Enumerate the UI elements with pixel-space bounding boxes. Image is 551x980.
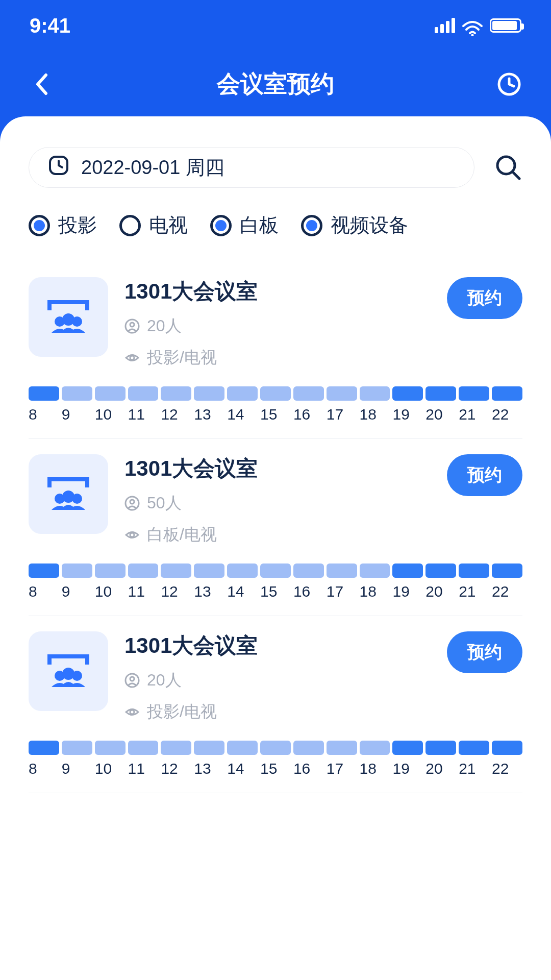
hour-label: 22 xyxy=(492,583,522,600)
page-title: 会议室预约 xyxy=(54,68,497,100)
radio-icon xyxy=(119,215,141,236)
time-slot[interactable] xyxy=(392,564,423,578)
filter-label: 白板 xyxy=(240,212,279,238)
time-slot[interactable] xyxy=(360,741,390,755)
time-slot[interactable] xyxy=(492,741,522,755)
time-slot[interactable] xyxy=(128,386,159,401)
time-slot[interactable] xyxy=(95,386,126,401)
wifi-icon xyxy=(462,18,483,33)
time-slot[interactable] xyxy=(194,386,224,401)
time-slot[interactable] xyxy=(425,741,456,755)
time-slot[interactable] xyxy=(95,564,126,578)
time-slot[interactable] xyxy=(29,386,59,401)
room-name: 1301大会议室 xyxy=(124,277,431,306)
filter-label: 视频设备 xyxy=(331,212,408,238)
time-slot[interactable] xyxy=(492,564,522,578)
time-slot[interactable] xyxy=(327,564,357,578)
time-slot[interactable] xyxy=(293,564,324,578)
hour-label: 10 xyxy=(95,760,126,777)
filter-whiteboard[interactable]: 白板 xyxy=(210,212,279,238)
time-slot[interactable] xyxy=(62,741,92,755)
content-sheet: 2022-09-01 周四 投影 电视 白板 视频设备 1301大会议室20人投… xyxy=(0,116,551,980)
time-slot[interactable] xyxy=(194,741,224,755)
time-slot[interactable] xyxy=(62,564,92,578)
room-equip: 白板/电视 xyxy=(124,524,431,546)
filter-label: 投影 xyxy=(58,212,97,238)
filter-tv[interactable]: 电视 xyxy=(119,212,188,238)
time-slot[interactable] xyxy=(392,741,423,755)
svg-point-0 xyxy=(471,34,474,37)
status-time: 9:41 xyxy=(30,14,70,37)
history-button[interactable] xyxy=(497,72,521,96)
time-slot[interactable] xyxy=(425,386,456,401)
hour-label: 22 xyxy=(492,406,522,423)
time-slot[interactable] xyxy=(459,741,489,755)
time-slot[interactable] xyxy=(29,741,59,755)
svg-point-12 xyxy=(72,494,82,504)
room-card: 1301大会议室20人投影/电视预约8910111213141516171819… xyxy=(29,262,522,439)
time-slot[interactable] xyxy=(128,564,159,578)
time-slot[interactable] xyxy=(260,386,291,401)
status-right xyxy=(435,18,521,33)
hour-label: 14 xyxy=(227,583,258,600)
hour-label: 8 xyxy=(29,583,59,600)
time-slot[interactable] xyxy=(327,741,357,755)
time-slot[interactable] xyxy=(29,564,59,578)
svg-point-15 xyxy=(130,533,134,537)
time-slot[interactable] xyxy=(260,741,291,755)
date-picker[interactable]: 2022-09-01 周四 xyxy=(29,147,474,188)
time-slot[interactable] xyxy=(425,564,456,578)
time-slot[interactable] xyxy=(194,564,224,578)
hour-label: 11 xyxy=(128,583,159,600)
filter-projector[interactable]: 投影 xyxy=(29,212,97,238)
svg-point-20 xyxy=(130,677,134,681)
date-row: 2022-09-01 周四 xyxy=(29,147,522,188)
radio-icon xyxy=(29,215,50,236)
time-slot[interactable] xyxy=(128,741,159,755)
time-slot[interactable] xyxy=(360,386,390,401)
hour-label: 13 xyxy=(194,406,224,423)
time-slot[interactable] xyxy=(227,386,258,401)
time-slot[interactable] xyxy=(227,564,258,578)
filter-row: 投影 电视 白板 视频设备 xyxy=(29,212,522,238)
room-card: 1301大会议室20人投影/电视预约8910111213141516171819… xyxy=(29,616,522,793)
time-slot[interactable] xyxy=(95,741,126,755)
svg-point-9 xyxy=(130,356,134,360)
time-slot[interactable] xyxy=(62,386,92,401)
time-slot[interactable] xyxy=(227,741,258,755)
nav-bar: 会议室预约 xyxy=(0,51,551,117)
time-slot[interactable] xyxy=(161,741,191,755)
clock-icon xyxy=(48,155,69,180)
svg-point-18 xyxy=(72,671,82,681)
hour-label: 9 xyxy=(62,583,92,600)
time-slot[interactable] xyxy=(293,741,324,755)
room-name: 1301大会议室 xyxy=(124,454,431,483)
hour-label: 14 xyxy=(227,760,258,777)
radio-icon xyxy=(210,215,232,236)
hour-label: 16 xyxy=(293,406,324,423)
date-text: 2022-09-01 周四 xyxy=(81,155,224,181)
time-slot[interactable] xyxy=(392,386,423,401)
hour-label: 18 xyxy=(360,406,390,423)
hour-label: 12 xyxy=(161,583,191,600)
time-slot[interactable] xyxy=(459,564,489,578)
book-button[interactable]: 预约 xyxy=(447,277,522,319)
back-button[interactable] xyxy=(30,72,54,96)
time-bar: 8910111213141516171819202122 xyxy=(29,741,522,777)
room-equip: 投影/电视 xyxy=(124,347,431,369)
time-slot[interactable] xyxy=(327,386,357,401)
book-button[interactable]: 预约 xyxy=(447,454,522,496)
book-button[interactable]: 预约 xyxy=(447,631,522,673)
time-slot[interactable] xyxy=(492,386,522,401)
time-slot[interactable] xyxy=(260,564,291,578)
time-slot[interactable] xyxy=(459,386,489,401)
hour-label: 12 xyxy=(161,760,191,777)
time-slot[interactable] xyxy=(360,564,390,578)
search-button[interactable] xyxy=(494,153,522,182)
time-slot[interactable] xyxy=(161,386,191,401)
time-slot[interactable] xyxy=(293,386,324,401)
time-slot[interactable] xyxy=(161,564,191,578)
hour-label: 16 xyxy=(293,760,324,777)
filter-video[interactable]: 视频设备 xyxy=(301,212,408,238)
time-bar: 8910111213141516171819202122 xyxy=(29,386,522,423)
